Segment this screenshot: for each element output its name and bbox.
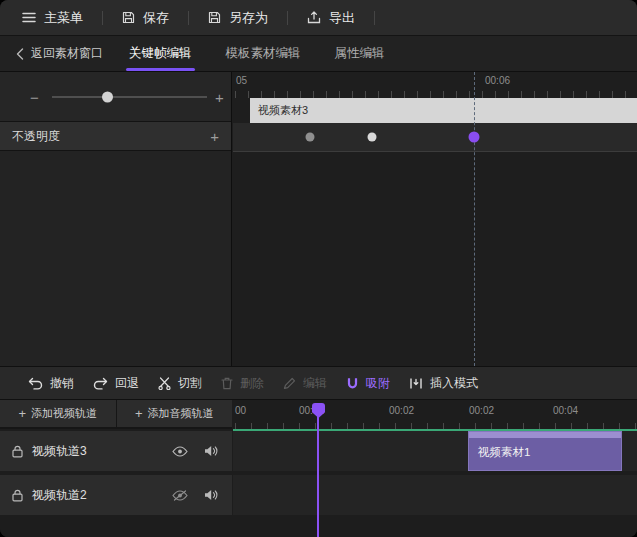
zoom-out-button[interactable]: − xyxy=(30,89,39,104)
menu-icon xyxy=(22,12,36,23)
zoom-control: − + xyxy=(0,72,231,122)
track-controls xyxy=(172,445,218,457)
insert-mode-icon xyxy=(409,377,423,390)
back-label: 返回素材窗口 xyxy=(31,45,103,62)
export-label: 导出 xyxy=(329,9,355,27)
track-header-video-track-3: 视频轨道3 xyxy=(0,431,232,471)
save-as-icon xyxy=(208,11,221,24)
keyframe-dot[interactable] xyxy=(368,133,377,142)
add-keyframe-button[interactable]: + xyxy=(210,129,219,144)
save-button[interactable]: 保存 xyxy=(122,9,169,27)
keyframe-dot-active[interactable] xyxy=(469,132,480,143)
export-icon xyxy=(307,11,321,24)
redo-button[interactable]: 回退 xyxy=(93,375,139,392)
tab-keyframe-edit[interactable]: 关键帧编辑 xyxy=(129,36,192,71)
tab-property-edit[interactable]: 属性编辑 xyxy=(335,36,385,71)
ruler-label: 00:02 xyxy=(469,405,494,416)
track-name: 视频轨道3 xyxy=(32,443,172,460)
add-video-track-button[interactable]: + 添加视频轨道 xyxy=(0,400,117,427)
video-track-3-lane[interactable]: 视频素材1 xyxy=(233,431,637,471)
undo-button[interactable]: 撤销 xyxy=(28,375,74,392)
chevron-left-icon xyxy=(16,48,24,60)
timeline-panel: + 添加视频轨道 + 添加音频轨道 视频轨道3 xyxy=(0,400,637,537)
edit-button[interactable]: 编辑 xyxy=(283,375,327,392)
insert-mode-button[interactable]: 插入模式 xyxy=(409,375,478,392)
add-track-row: + 添加视频轨道 + 添加音频轨道 xyxy=(0,400,232,429)
toolbar-separator xyxy=(102,11,103,25)
delete-label: 删除 xyxy=(240,375,264,392)
snap-button[interactable]: 吸附 xyxy=(346,375,390,392)
redo-label: 回退 xyxy=(115,375,139,392)
redo-icon xyxy=(93,377,108,390)
plus-icon: + xyxy=(18,407,26,420)
save-label: 保存 xyxy=(143,9,169,27)
keyframe-ruler[interactable]: 05 00:06 xyxy=(233,72,637,98)
video-editor-window: 主菜单 保存 另存为 导出 xyxy=(0,0,637,537)
ruler-label: 00:02 xyxy=(389,405,414,416)
property-sidebar: − + 不透明度 + xyxy=(0,72,232,366)
plus-icon: + xyxy=(135,407,143,420)
add-video-track-label: 添加视频轨道 xyxy=(31,406,97,421)
video-track-2-lane[interactable] xyxy=(233,475,637,515)
ruler-label: 00 xyxy=(235,405,246,416)
track-controls xyxy=(172,489,218,501)
insert-mode-label: 插入模式 xyxy=(430,375,478,392)
property-row-opacity: 不透明度 + xyxy=(0,122,231,151)
toolbar-separator xyxy=(374,11,375,25)
tab-bar: 返回素材窗口 关键帧编辑 模板素材编辑 属性编辑 xyxy=(0,36,637,72)
trash-icon xyxy=(221,377,233,390)
timeline-lanes: 00 00:01 00:02 00:02 00:04 视频素材1 xyxy=(233,400,637,537)
keyframe-dot[interactable] xyxy=(306,133,315,142)
delete-button[interactable]: 删除 xyxy=(221,375,264,392)
keyframe-playhead-line[interactable] xyxy=(474,72,475,366)
toolbar-separator xyxy=(188,11,189,25)
save-as-label: 另存为 xyxy=(229,9,268,27)
back-to-material-window-button[interactable]: 返回素材窗口 xyxy=(16,45,103,62)
tab-list: 关键帧编辑 模板素材编辑 属性编辑 xyxy=(129,36,385,71)
scissors-icon xyxy=(158,377,171,390)
edit-toolbar: 撤销 回退 切割 删除 编辑 xyxy=(0,366,637,400)
keyframe-lane[interactable] xyxy=(233,123,637,152)
tab-label: 模板素材编辑 xyxy=(226,45,301,62)
top-toolbar: 主菜单 保存 另存为 导出 xyxy=(0,0,637,36)
clip-label: 视频素材3 xyxy=(258,103,308,118)
zoom-slider-track[interactable] xyxy=(52,96,207,98)
magnet-icon xyxy=(346,377,359,390)
lock-icon[interactable] xyxy=(12,489,23,502)
save-as-button[interactable]: 另存为 xyxy=(208,9,268,27)
ruler-label: 00:04 xyxy=(553,405,578,416)
zoom-slider-handle[interactable] xyxy=(102,91,113,102)
clip-label: 视频素材1 xyxy=(478,445,621,460)
add-audio-track-label: 添加音频轨道 xyxy=(148,406,214,421)
undo-label: 撤销 xyxy=(50,375,74,392)
speaker-icon[interactable] xyxy=(204,489,218,501)
add-audio-track-button[interactable]: + 添加音频轨道 xyxy=(117,400,233,427)
ruler-label: 05 xyxy=(236,75,247,86)
timeline-ruler[interactable]: 00 00:01 00:02 00:02 00:04 xyxy=(233,400,637,429)
save-icon xyxy=(122,11,135,24)
cut-button[interactable]: 切割 xyxy=(158,375,202,392)
track-name: 视频轨道2 xyxy=(32,487,172,504)
main-menu-button[interactable]: 主菜单 xyxy=(22,9,83,27)
keyframe-editor-panel: − + 不透明度 + 05 00:06 视频素材3 xyxy=(0,72,637,366)
eye-off-icon[interactable] xyxy=(172,490,188,501)
tab-label: 属性编辑 xyxy=(335,45,385,62)
clip-video-material-3[interactable]: 视频素材3 xyxy=(250,98,637,123)
toolbar-separator xyxy=(287,11,288,25)
zoom-in-button[interactable]: + xyxy=(215,89,224,104)
tab-template-material-edit[interactable]: 模板素材编辑 xyxy=(226,36,301,71)
clip-top-strip xyxy=(469,432,621,438)
pencil-icon xyxy=(283,377,296,390)
undo-icon xyxy=(28,377,43,390)
track-header-column: + 添加视频轨道 + 添加音频轨道 视频轨道3 xyxy=(0,400,232,537)
export-button[interactable]: 导出 xyxy=(307,9,355,27)
clip-video-material-1[interactable]: 视频素材1 xyxy=(468,431,622,471)
ruler-ticks xyxy=(235,91,637,98)
snap-label: 吸附 xyxy=(366,375,390,392)
speaker-icon[interactable] xyxy=(204,445,218,457)
keyframe-timeline: 05 00:06 视频素材3 xyxy=(233,72,637,366)
lock-icon[interactable] xyxy=(12,445,23,458)
cut-label: 切割 xyxy=(178,375,202,392)
eye-icon[interactable] xyxy=(172,446,188,457)
ruler-label: 00:06 xyxy=(485,75,510,86)
